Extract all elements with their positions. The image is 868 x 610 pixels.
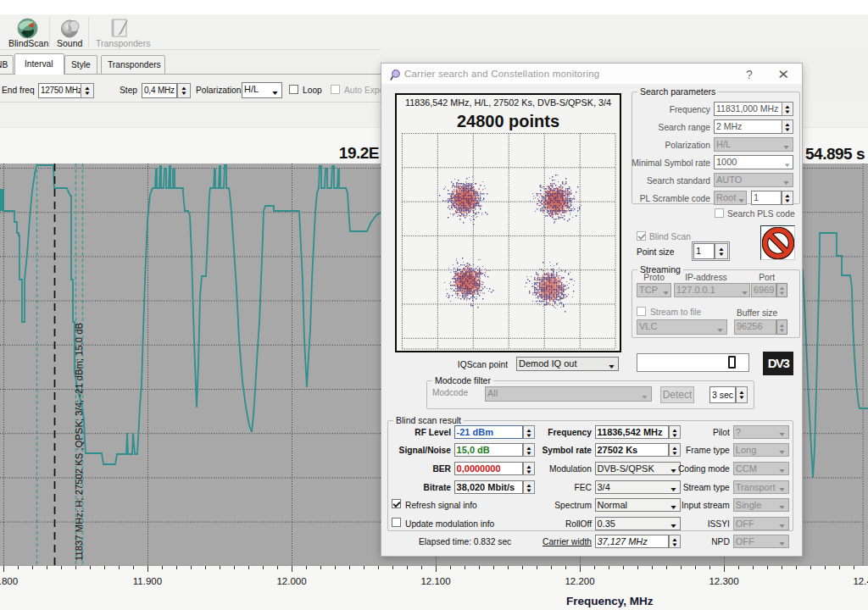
svg-text:11837 MHz; H; 27502 KS ;QPSK;: 11837 MHz; H; 27502 KS ;QPSK; 3/4; -21 d…	[74, 323, 84, 561]
